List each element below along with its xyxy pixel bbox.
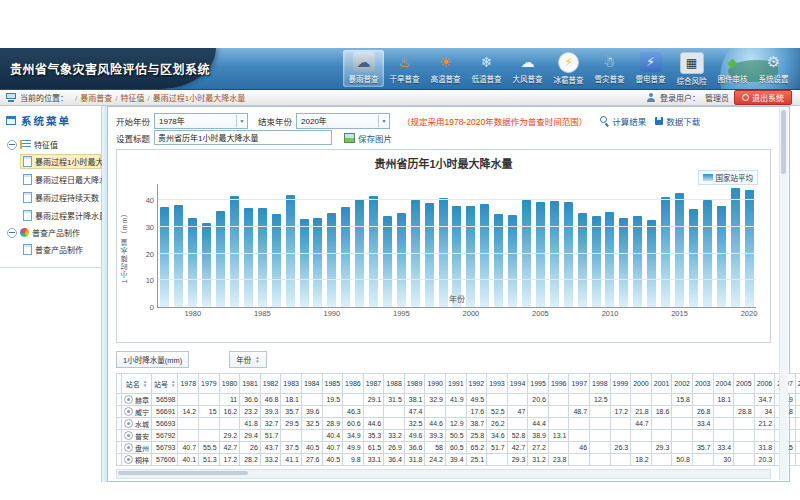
value-cell: [178, 394, 199, 406]
calc-result-button[interactable]: 计算结果: [600, 115, 646, 127]
nav-item-10[interactable]: ◆图件审核: [712, 50, 753, 87]
year-column-header[interactable]: 1988: [384, 374, 405, 394]
chevron-down-icon[interactable]: ▼: [236, 115, 247, 127]
year-column-header[interactable]: 1982: [260, 374, 281, 394]
sidebar-item-2-1[interactable]: 普查产品制作: [20, 242, 101, 257]
year-column-header[interactable]: 2008: [795, 374, 800, 394]
sidebar: 系统菜单 特征值暴雨过程1小时最大降水量暴雨过程日最大降水量暴雨过程持续天数暴雨…: [0, 106, 102, 482]
nav-item-label: 干旱普查: [390, 73, 420, 84]
tree-group-2[interactable]: 普查产品制作: [7, 227, 101, 238]
year-column-header[interactable]: 1981: [240, 374, 261, 394]
bar-1994: [383, 216, 392, 307]
row-expander-icon[interactable]: [124, 419, 133, 428]
row-expander-icon[interactable]: [124, 407, 133, 416]
year-column-header[interactable]: 1994: [507, 374, 528, 394]
tree-toggle-icon[interactable]: [7, 228, 17, 238]
vertical-scrollbar-thumb[interactable]: [781, 110, 786, 174]
x-tick-label: 1990: [323, 309, 340, 318]
year-column-header[interactable]: 2003: [692, 374, 713, 394]
year-column-header[interactable]: 1980: [219, 374, 240, 394]
hail-icon: ⚡: [558, 52, 579, 73]
year-column-header[interactable]: 2001: [651, 374, 672, 394]
chart-title-input[interactable]: 贵州省历年1小时最大降水量: [154, 130, 332, 145]
year-column-header[interactable]: 1991: [445, 374, 466, 394]
row-expander-icon[interactable]: [124, 431, 133, 440]
value-cell: [548, 418, 569, 430]
vertical-scrollbar[interactable]: [779, 108, 788, 480]
nav-item-4[interactable]: ❄低温普查: [466, 50, 507, 87]
logout-button[interactable]: 退出系统: [734, 90, 792, 105]
start-year-select[interactable]: 1978年 ▼: [154, 113, 248, 129]
chevron-down-icon[interactable]: ▼: [378, 115, 389, 127]
data-download-button[interactable]: 数据下载: [655, 115, 700, 127]
year-column-header[interactable]: 1984: [301, 374, 322, 394]
tree-group-1[interactable]: 特征值: [7, 139, 101, 150]
value-cell: 44.4: [528, 418, 549, 430]
station-name-header[interactable]: 站名▲▼: [122, 374, 152, 394]
value-cell: [178, 418, 199, 430]
year-column-header[interactable]: 1979: [199, 374, 220, 394]
horizontal-scrollbar-thumb[interactable]: [118, 471, 248, 475]
year-column-header[interactable]: 1983: [281, 374, 302, 394]
year-column-header[interactable]: 1992: [466, 374, 487, 394]
nav-item-6[interactable]: ⚡冰雹普查: [548, 50, 589, 87]
year-column-header[interactable]: 1999: [610, 374, 631, 394]
unit-label-box[interactable]: 1小时降水量(mm): [116, 351, 189, 368]
row-expander-icon[interactable]: [124, 443, 133, 452]
breadcrumb-link[interactable]: 暴雨普查: [80, 94, 112, 103]
breadcrumb-separator: /: [75, 94, 77, 103]
year-column-header[interactable]: 1996: [548, 374, 569, 394]
bar-1984: [244, 208, 253, 307]
nav-item-9[interactable]: ▦综合风险: [671, 50, 712, 87]
bar-series: [158, 184, 756, 307]
year-column-header[interactable]: 2006: [754, 374, 775, 394]
sidebar-title: 系统菜单: [21, 113, 71, 128]
login-user-label: 登录用户：: [660, 92, 700, 103]
value-cell: 38.7: [466, 418, 487, 430]
station-name: 桐梓: [135, 457, 149, 464]
year-column-header[interactable]: 1987: [363, 374, 384, 394]
nav-item-7[interactable]: ☃雪灾普查: [589, 50, 630, 87]
row-expander-icon[interactable]: [124, 395, 133, 404]
query-form-row-2: 设置标题 贵州省历年1小时最大降水量 保存图片: [116, 129, 771, 146]
breadcrumb-link[interactable]: 特征值: [120, 94, 144, 103]
sidebar-item-1-2[interactable]: 暴雨过程日最大降水量: [20, 172, 101, 187]
value-cell: 18.1: [281, 394, 302, 406]
image-icon: [344, 133, 355, 143]
year-column-header[interactable]: 1985: [322, 374, 343, 394]
system-settings-icon: ⚙: [763, 52, 785, 72]
breadcrumb-link[interactable]: 暴雨过程1小时最大降水量: [153, 94, 245, 103]
value-cell: [610, 454, 631, 466]
horizontal-scrollbar[interactable]: [116, 469, 771, 479]
year-column-header[interactable]: 1997: [569, 374, 590, 394]
bar-2005: [536, 202, 545, 307]
year-column-header[interactable]: 1995: [528, 374, 549, 394]
year-column-header[interactable]: 1986: [343, 374, 364, 394]
nav-item-11[interactable]: ⚙系统设置: [753, 50, 794, 87]
year-column-header[interactable]: 2005: [734, 374, 755, 394]
year-column-header[interactable]: 2004: [713, 374, 734, 394]
nav-item-2[interactable]: ♨干旱普查: [384, 50, 425, 87]
save-image-button[interactable]: 保存图片: [344, 132, 392, 144]
tree-toggle-icon[interactable]: [7, 140, 17, 150]
year-column-header[interactable]: 2002: [672, 374, 693, 394]
year-column-header[interactable]: 1993: [487, 374, 508, 394]
station-id-header[interactable]: 站号▲▼: [152, 374, 178, 394]
year-sort-box[interactable]: 年份 ▲▼: [229, 351, 266, 368]
year-column-header[interactable]: 2000: [631, 374, 652, 394]
year-column-header[interactable]: 1990: [425, 374, 446, 394]
nav-item-5[interactable]: ☁大风普查: [507, 50, 548, 87]
year-column-header[interactable]: 1989: [404, 374, 425, 394]
row-expander-icon[interactable]: [124, 455, 133, 464]
nav-item-3[interactable]: ☀高温普查: [425, 50, 466, 87]
end-year-select[interactable]: 2020年 ▼: [296, 113, 390, 129]
sidebar-item-1-3[interactable]: 暴雨过程持续天数: [20, 190, 101, 205]
sidebar-item-1-1[interactable]: 暴雨过程1小时最大降水量: [20, 154, 101, 169]
year-column-header[interactable]: 1998: [590, 374, 611, 394]
value-cell: [734, 430, 755, 442]
nav-item-8[interactable]: ⚡雷电普查: [630, 50, 671, 87]
login-user-name: 管理员: [705, 92, 729, 103]
year-column-header[interactable]: 1978: [178, 374, 199, 394]
sidebar-item-1-4[interactable]: 暴雨过程累计降水量: [20, 208, 101, 223]
nav-item-1[interactable]: ☁暴雨普查: [343, 50, 384, 87]
